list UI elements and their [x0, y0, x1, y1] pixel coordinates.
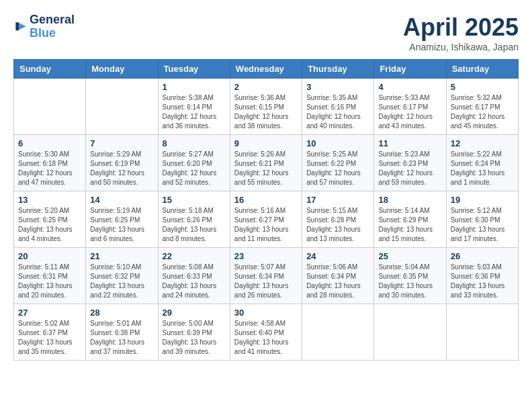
day-info: Sunrise: 5:10 AMSunset: 6:32 PMDaylight:… — [90, 263, 153, 300]
day-number: 2 — [234, 82, 298, 92]
page-header: General Blue April 2025 Anamizu, Ishikaw… — [13, 13, 519, 52]
logo-line1: General — [30, 13, 75, 27]
day-info: Sunrise: 5:15 AMSunset: 6:28 PMDaylight:… — [306, 206, 369, 244]
day-number: 29 — [163, 308, 226, 318]
day-number: 5 — [451, 82, 514, 92]
calendar-cell — [446, 304, 518, 361]
calendar-cell — [374, 304, 446, 361]
day-info: Sunrise: 5:33 AMSunset: 6:17 PMDaylight:… — [378, 93, 441, 131]
calendar-cell: 24Sunrise: 5:06 AMSunset: 6:34 PMDayligh… — [302, 248, 374, 304]
calendar-cell: 6Sunrise: 5:30 AMSunset: 6:18 PMDaylight… — [14, 135, 86, 191]
day-number: 16 — [234, 195, 298, 205]
calendar-cell: 13Sunrise: 5:20 AMSunset: 6:25 PMDayligh… — [14, 191, 86, 248]
day-number: 30 — [234, 308, 298, 318]
calendar-cell: 25Sunrise: 5:04 AMSunset: 6:35 PMDayligh… — [374, 248, 446, 304]
calendar-cell: 17Sunrise: 5:15 AMSunset: 6:28 PMDayligh… — [302, 191, 374, 248]
day-number: 21 — [90, 251, 153, 261]
weekday-header: Thursday — [302, 60, 374, 79]
day-info: Sunrise: 5:04 AMSunset: 6:35 PMDaylight:… — [378, 263, 441, 300]
day-number: 22 — [163, 251, 226, 261]
day-number: 8 — [163, 138, 226, 148]
day-number: 26 — [451, 251, 514, 261]
calendar-cell — [86, 79, 158, 135]
svg-marker-0 — [18, 22, 26, 30]
calendar-cell: 14Sunrise: 5:19 AMSunset: 6:25 PMDayligh… — [86, 191, 158, 248]
calendar-cell: 29Sunrise: 5:00 AMSunset: 6:39 PMDayligh… — [158, 304, 230, 361]
day-number: 18 — [378, 195, 441, 205]
calendar-cell: 23Sunrise: 5:07 AMSunset: 6:34 PMDayligh… — [230, 248, 302, 304]
calendar-cell: 20Sunrise: 5:11 AMSunset: 6:31 PMDayligh… — [14, 248, 86, 304]
day-number: 13 — [18, 195, 81, 205]
day-number: 28 — [90, 308, 153, 318]
calendar-week-row: 20Sunrise: 5:11 AMSunset: 6:31 PMDayligh… — [14, 248, 519, 304]
day-info: Sunrise: 5:02 AMSunset: 6:37 PMDaylight:… — [18, 319, 81, 357]
day-info: Sunrise: 5:03 AMSunset: 6:36 PMDaylight:… — [451, 263, 514, 300]
calendar-cell: 1Sunrise: 5:38 AMSunset: 6:14 PMDaylight… — [158, 79, 230, 135]
weekday-header: Friday — [374, 60, 446, 79]
day-info: Sunrise: 5:27 AMSunset: 6:20 PMDaylight:… — [163, 150, 226, 187]
calendar-cell: 15Sunrise: 5:18 AMSunset: 6:26 PMDayligh… — [158, 191, 230, 248]
calendar-cell: 10Sunrise: 5:25 AMSunset: 6:22 PMDayligh… — [302, 135, 374, 191]
day-number: 20 — [18, 251, 81, 261]
calendar-week-row: 1Sunrise: 5:38 AMSunset: 6:14 PMDaylight… — [14, 79, 519, 135]
month-title: April 2025 — [403, 13, 519, 42]
calendar-cell: 22Sunrise: 5:08 AMSunset: 6:33 PMDayligh… — [158, 248, 230, 304]
day-number: 3 — [306, 82, 369, 92]
calendar-cell — [302, 304, 374, 361]
weekday-header: Sunday — [14, 60, 86, 79]
day-info: Sunrise: 5:00 AMSunset: 6:39 PMDaylight:… — [163, 319, 226, 357]
day-info: Sunrise: 5:25 AMSunset: 6:22 PMDaylight:… — [306, 150, 369, 187]
calendar-cell: 7Sunrise: 5:29 AMSunset: 6:19 PMDaylight… — [86, 135, 158, 191]
day-number: 23 — [234, 251, 298, 261]
day-number: 15 — [163, 195, 226, 205]
weekday-header: Saturday — [446, 60, 518, 79]
day-number: 10 — [306, 138, 369, 148]
day-number: 24 — [306, 251, 369, 261]
day-info: Sunrise: 5:23 AMSunset: 6:23 PMDaylight:… — [378, 150, 441, 187]
day-number: 12 — [451, 138, 514, 148]
day-number: 27 — [18, 308, 81, 318]
day-info: Sunrise: 5:19 AMSunset: 6:25 PMDaylight:… — [90, 206, 153, 244]
day-info: Sunrise: 5:07 AMSunset: 6:34 PMDaylight:… — [234, 263, 298, 300]
day-info: Sunrise: 5:26 AMSunset: 6:21 PMDaylight:… — [234, 150, 298, 187]
day-number: 19 — [451, 195, 514, 205]
calendar-cell: 2Sunrise: 5:36 AMSunset: 6:15 PMDaylight… — [230, 79, 302, 135]
calendar-cell: 4Sunrise: 5:33 AMSunset: 6:17 PMDaylight… — [374, 79, 446, 135]
day-info: Sunrise: 5:29 AMSunset: 6:19 PMDaylight:… — [90, 150, 153, 187]
calendar-cell: 11Sunrise: 5:23 AMSunset: 6:23 PMDayligh… — [374, 135, 446, 191]
day-info: Sunrise: 5:11 AMSunset: 6:31 PMDaylight:… — [18, 263, 81, 300]
calendar-week-row: 13Sunrise: 5:20 AMSunset: 6:25 PMDayligh… — [14, 191, 519, 248]
day-info: Sunrise: 5:18 AMSunset: 6:26 PMDaylight:… — [163, 206, 226, 244]
day-number: 17 — [306, 195, 369, 205]
day-info: Sunrise: 5:32 AMSunset: 6:17 PMDaylight:… — [451, 93, 514, 131]
day-info: Sunrise: 4:58 AMSunset: 6:40 PMDaylight:… — [234, 319, 298, 357]
calendar-week-row: 6Sunrise: 5:30 AMSunset: 6:18 PMDaylight… — [14, 135, 519, 191]
calendar-cell: 5Sunrise: 5:32 AMSunset: 6:17 PMDaylight… — [446, 79, 518, 135]
logo: General Blue — [13, 13, 75, 40]
day-info: Sunrise: 5:01 AMSunset: 6:38 PMDaylight:… — [90, 319, 153, 357]
day-info: Sunrise: 5:30 AMSunset: 6:18 PMDaylight:… — [18, 150, 81, 187]
logo-icon — [13, 20, 27, 34]
calendar-cell: 27Sunrise: 5:02 AMSunset: 6:37 PMDayligh… — [14, 304, 86, 361]
calendar-cell: 3Sunrise: 5:35 AMSunset: 6:16 PMDaylight… — [302, 79, 374, 135]
day-info: Sunrise: 5:38 AMSunset: 6:14 PMDaylight:… — [163, 93, 226, 131]
calendar-cell: 19Sunrise: 5:12 AMSunset: 6:30 PMDayligh… — [446, 191, 518, 248]
day-info: Sunrise: 5:20 AMSunset: 6:25 PMDaylight:… — [18, 206, 81, 244]
day-info: Sunrise: 5:08 AMSunset: 6:33 PMDaylight:… — [163, 263, 226, 300]
day-info: Sunrise: 5:16 AMSunset: 6:27 PMDaylight:… — [234, 206, 298, 244]
calendar: SundayMondayTuesdayWednesdayThursdayFrid… — [13, 59, 519, 361]
weekday-header: Wednesday — [230, 60, 302, 79]
calendar-cell: 30Sunrise: 4:58 AMSunset: 6:40 PMDayligh… — [230, 304, 302, 361]
calendar-cell: 28Sunrise: 5:01 AMSunset: 6:38 PMDayligh… — [86, 304, 158, 361]
weekday-header: Monday — [86, 60, 158, 79]
svg-rect-1 — [15, 22, 19, 30]
day-number: 4 — [378, 82, 441, 92]
day-info: Sunrise: 5:12 AMSunset: 6:30 PMDaylight:… — [451, 206, 514, 244]
day-info: Sunrise: 5:06 AMSunset: 6:34 PMDaylight:… — [306, 263, 369, 300]
day-number: 25 — [378, 251, 441, 261]
logo-line2: Blue — [30, 27, 75, 40]
day-number: 7 — [90, 138, 153, 148]
location: Anamizu, Ishikawa, Japan — [403, 42, 519, 52]
day-info: Sunrise: 5:14 AMSunset: 6:29 PMDaylight:… — [378, 206, 441, 244]
calendar-week-row: 27Sunrise: 5:02 AMSunset: 6:37 PMDayligh… — [14, 304, 519, 361]
